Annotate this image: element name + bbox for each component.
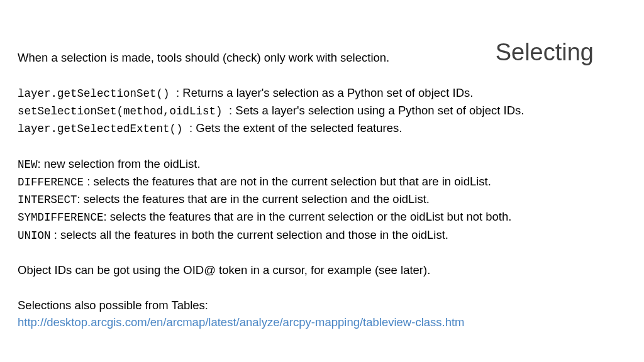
api-list: layer.getSelectionSet() : Returns a laye…	[18, 84, 626, 138]
api-sep: :	[189, 121, 196, 134]
method-code: SYMDIFFERENCE	[18, 211, 104, 224]
method-item: SYMDIFFERENCE: selects the features that…	[18, 208, 626, 226]
method-sep: :	[104, 210, 110, 223]
method-desc: selects the features that are in the cur…	[110, 210, 512, 223]
method-sep: :	[84, 175, 93, 188]
method-sep: :	[51, 228, 60, 241]
api-item: layer.getSelectedExtent() : Gets the ext…	[18, 119, 626, 137]
tables-intro: Selections also possible from Tables:	[18, 297, 626, 314]
doc-link[interactable]: http://desktop.arcgis.com/en/arcmap/late…	[18, 315, 465, 329]
method-sep: :	[38, 157, 44, 170]
api-code: layer.getSelectionSet()	[18, 87, 176, 100]
methods-list: NEW: new selection from the oidList. DIF…	[18, 155, 626, 244]
api-sep: :	[176, 86, 182, 99]
api-item: setSelectionSet(method,oidList) : Sets a…	[18, 102, 626, 119]
method-code: INTERSECT	[18, 194, 77, 206]
method-desc: new selection from the oidList.	[44, 157, 201, 170]
api-desc: Returns a layer's selection as a Python …	[182, 86, 473, 99]
api-desc: Sets a layer's selection using a Python …	[235, 104, 524, 117]
slide-title: Selecting	[496, 35, 594, 70]
api-sep: :	[229, 104, 235, 117]
method-item: DIFFERENCE : selects the features that a…	[18, 173, 626, 190]
api-item: layer.getSelectionSet() : Returns a laye…	[18, 84, 626, 102]
method-item: UNION : selects all the features in both…	[18, 226, 626, 244]
method-code: NEW	[18, 158, 38, 171]
api-code: setSelectionSet(method,oidList)	[18, 105, 229, 118]
oid-paragraph: Object IDs can be got using the OID@ tok…	[18, 261, 626, 279]
method-desc: selects the features that are in the cur…	[84, 192, 430, 206]
method-code: UNION	[18, 229, 51, 242]
api-desc: Gets the extent of the selected features…	[196, 121, 402, 134]
method-desc: selects all the features in both the cur…	[60, 228, 448, 241]
method-code: DIFFERENCE	[18, 176, 84, 189]
method-item: INTERSECT: selects the features that are…	[18, 190, 626, 208]
method-sep: :	[77, 192, 84, 206]
method-item: NEW: new selection from the oidList.	[18, 155, 626, 173]
api-code: layer.getSelectedExtent()	[18, 123, 189, 135]
method-desc: selects the features that are not in the…	[93, 175, 491, 188]
